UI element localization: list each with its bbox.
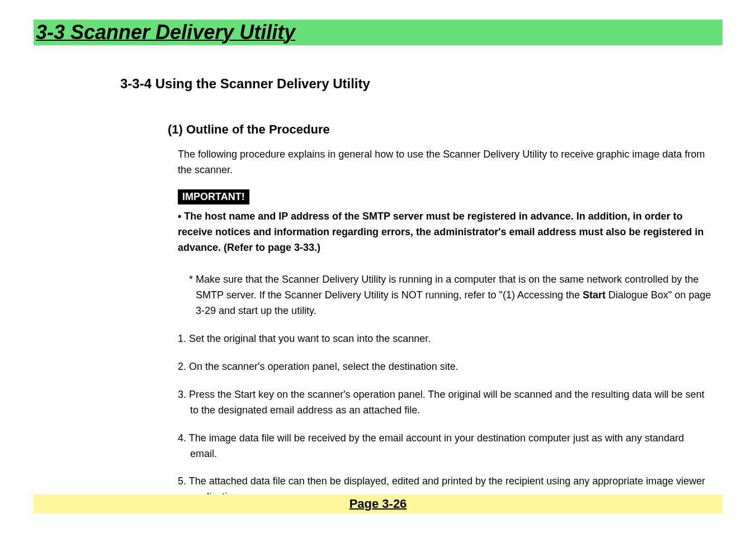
subsection-title: 3-3-4 Using the Scanner Delivery Utility xyxy=(120,76,711,92)
page-number: Page 3-26 xyxy=(349,497,407,511)
procedure-note: * Make sure that the Scanner Delivery Ut… xyxy=(168,272,711,319)
important-label: IMPORTANT! xyxy=(178,189,249,204)
content-area: 3-3-4 Using the Scanner Delivery Utility… xyxy=(34,76,722,505)
procedure-block: (1) Outline of the Procedure The followi… xyxy=(120,122,711,505)
page-container: 3-3 Scanner Delivery Utility 3-3-4 Using… xyxy=(0,0,756,505)
footer-bar: Page 3-26 xyxy=(34,494,722,513)
step-item: 4. The image data file will be received … xyxy=(168,431,711,462)
section-header-bar: 3-3 Scanner Delivery Utility xyxy=(34,20,722,45)
section-title: 3-3 Scanner Delivery Utility xyxy=(34,21,295,44)
step-item: 1. Set the original that you want to sca… xyxy=(168,331,711,347)
step-item: 3. Press the Start key on the scanner's … xyxy=(168,387,711,418)
important-text: • The host name and IP address of the SM… xyxy=(168,209,711,256)
procedure-intro: The following procedure explains in gene… xyxy=(168,147,711,178)
procedure-title: (1) Outline of the Procedure xyxy=(168,122,711,137)
step-item: 2. On the scanner's operation panel, sel… xyxy=(168,359,711,375)
note-bold: Start xyxy=(583,289,606,301)
